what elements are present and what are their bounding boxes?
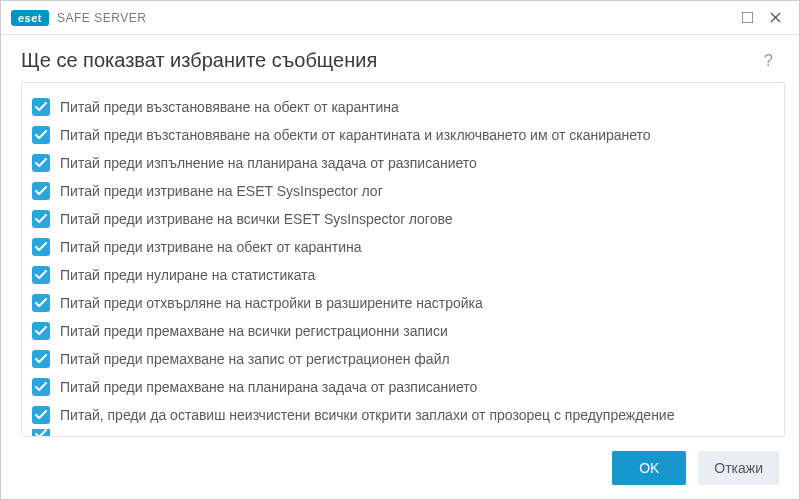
list-item-label: Питай преди възстановяване на обекти от … (60, 127, 651, 143)
checkbox[interactable] (32, 294, 50, 312)
check-icon (35, 186, 47, 196)
list-item-label: Питай преди изтриване на обект от карант… (60, 239, 362, 255)
list-item: Питай преди изтриване на всички ESET Sys… (28, 205, 774, 233)
check-icon (35, 270, 47, 280)
check-icon (35, 130, 47, 140)
check-icon (35, 214, 47, 224)
svg-rect-0 (742, 12, 753, 23)
close-button[interactable] (761, 6, 789, 30)
check-icon (35, 410, 47, 420)
list-item-label: Питай преди възстановяване на обект от к… (60, 99, 399, 115)
titlebar: eset SAFE SERVER (1, 1, 799, 35)
cancel-button[interactable]: Откажи (698, 451, 779, 485)
checkbox[interactable] (32, 350, 50, 368)
list-item: Питай преди изтриване на ESET SysInspect… (28, 177, 774, 205)
list-item: Питай преди изтриване на обект от карант… (28, 233, 774, 261)
checkbox[interactable] (32, 210, 50, 228)
dialog-window: eset SAFE SERVER Ще се показват избранит… (0, 0, 800, 500)
list-item (28, 429, 774, 437)
checkbox[interactable] (32, 182, 50, 200)
check-icon (35, 382, 47, 392)
list-item: Питай преди изпълнение на планирана зада… (28, 149, 774, 177)
list-item: Питай преди премахване на планирана зада… (28, 373, 774, 401)
ok-button[interactable]: OK (612, 451, 686, 485)
minimize-icon (742, 12, 753, 23)
check-icon (35, 429, 47, 437)
list-item-label: Питай преди изтриване на всички ESET Sys… (60, 211, 453, 227)
help-button[interactable]: ? (758, 50, 779, 72)
list-item: Питай преди премахване на всички регистр… (28, 317, 774, 345)
minimize-button[interactable] (733, 6, 761, 30)
checkbox[interactable] (32, 406, 50, 424)
list-item: Питай преди отхвърляне на настройки в ра… (28, 289, 774, 317)
dialog-header: Ще се показват избраните съобщения ? (1, 35, 799, 82)
list-item-label: Питай преди изпълнение на планирана зада… (60, 155, 477, 171)
list-item: Питай преди възстановяване на обект от к… (28, 93, 774, 121)
close-icon (770, 12, 781, 23)
brand-badge: eset (11, 10, 49, 26)
options-list[interactable]: Питай преди възстановяване на обект от к… (21, 82, 785, 437)
check-icon (35, 242, 47, 252)
list-item: Питай преди нулиране на статистиката (28, 261, 774, 289)
list-item-label: Питай преди нулиране на статистиката (60, 267, 315, 283)
check-icon (35, 326, 47, 336)
list-item-label: Питай преди изтриване на ESET SysInspect… (60, 183, 383, 199)
list-item-label: Питай преди отхвърляне на настройки в ра… (60, 295, 483, 311)
checkbox[interactable] (32, 378, 50, 396)
list-item: Питай, преди да оставиш неизчистени всич… (28, 401, 774, 429)
check-icon (35, 298, 47, 308)
list-item-label: Питай преди премахване на планирана зада… (60, 379, 477, 395)
list-item: Питай преди премахване на запис от регис… (28, 345, 774, 373)
check-icon (35, 102, 47, 112)
checkbox[interactable] (32, 126, 50, 144)
list-item-label: Питай, преди да оставиш неизчистени всич… (60, 407, 674, 423)
dialog-footer: OK Откажи (1, 437, 799, 499)
dialog-body: Питай преди възстановяване на обект от к… (1, 82, 799, 437)
checkbox[interactable] (32, 322, 50, 340)
checkbox[interactable] (32, 98, 50, 116)
list-item-label: Питай преди премахване на запис от регис… (60, 351, 450, 367)
checkbox[interactable] (32, 238, 50, 256)
brand-product: SAFE SERVER (57, 11, 146, 25)
checkbox[interactable] (32, 266, 50, 284)
list-item-label: Питай преди премахване на всички регистр… (60, 323, 448, 339)
check-icon (35, 354, 47, 364)
checkbox[interactable] (32, 429, 50, 437)
check-icon (35, 158, 47, 168)
checkbox[interactable] (32, 154, 50, 172)
list-item: Питай преди възстановяване на обекти от … (28, 121, 774, 149)
dialog-title: Ще се показват избраните съобщения (21, 49, 758, 72)
